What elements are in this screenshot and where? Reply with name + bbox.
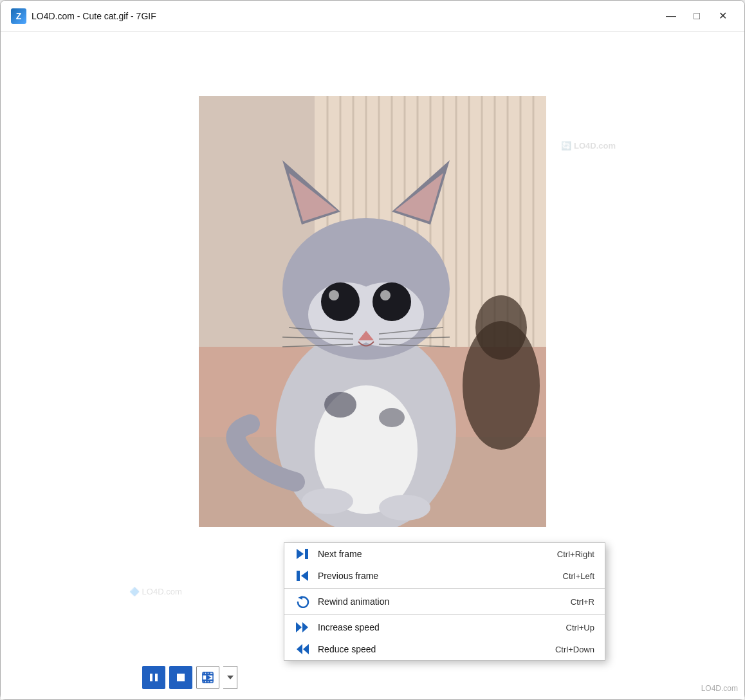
close-button[interactable]: ✕ [711, 7, 734, 25]
menu-item-increase-speed[interactable]: Increase speed Ctrl+Up [284, 616, 605, 638]
svg-rect-56 [204, 681, 205, 683]
minimize-button[interactable]: — [659, 7, 683, 25]
frames-button[interactable] [196, 666, 219, 689]
watermark-bottom: 🔷 LO4D.com [129, 587, 182, 596]
svg-marker-68 [303, 644, 309, 654]
rewind-icon [295, 595, 310, 608]
svg-marker-59 [207, 676, 210, 679]
svg-marker-65 [298, 596, 302, 600]
svg-rect-47 [150, 674, 152, 681]
title-bar-left: Z LO4D.com - Cute cat.gif - 7GIF [11, 8, 156, 24]
watermark-top: 🔄 LO4D.com [561, 141, 616, 151]
previous-frame-shortcut: Ctrl+Left [563, 571, 595, 581]
app-icon: Z [11, 8, 26, 24]
toolbar-dropdown-button[interactable] [223, 666, 237, 689]
menu-item-previous-frame[interactable]: Previous frame Ctrl+Left [284, 565, 605, 587]
maximize-button[interactable]: □ [685, 7, 708, 25]
svg-marker-60 [227, 676, 234, 679]
rewind-label: Rewind animation [318, 596, 563, 607]
cat-svg [199, 96, 546, 527]
svg-point-31 [372, 282, 411, 321]
svg-rect-64 [297, 571, 300, 581]
increase-speed-label: Increase speed [318, 622, 558, 632]
title-bar: Z LO4D.com - Cute cat.gif - 7GIF — □ ✕ [1, 1, 744, 32]
next-frame-icon [295, 548, 310, 560]
svg-point-42 [475, 295, 527, 360]
svg-point-30 [321, 282, 360, 321]
svg-rect-49 [177, 674, 185, 681]
next-frame-shortcut: Ctrl+Right [557, 549, 594, 559]
svg-marker-63 [301, 571, 308, 581]
stop-button[interactable] [169, 666, 192, 689]
menu-item-next-frame[interactable]: Next frame Ctrl+Right [284, 543, 605, 565]
increase-speed-shortcut: Ctrl+Up [566, 623, 594, 632]
title-bar-controls: — □ ✕ [659, 7, 734, 25]
pause-button[interactable] [142, 666, 165, 689]
menu-separator-2 [284, 614, 605, 615]
bottom-toolbar [1, 666, 744, 689]
increase-speed-icon [295, 622, 310, 633]
main-window: Z LO4D.com - Cute cat.gif - 7GIF — □ ✕ [0, 0, 745, 700]
context-menu: Next frame Ctrl+Right Previous frame Ctr… [284, 542, 605, 661]
svg-point-46 [379, 495, 430, 520]
svg-point-32 [329, 290, 339, 300]
prev-frame-icon [295, 570, 310, 582]
lo4d-branding: LO4D.com [701, 684, 738, 693]
svg-rect-53 [204, 672, 205, 674]
svg-point-33 [380, 290, 391, 300]
svg-point-44 [379, 408, 405, 427]
svg-point-45 [302, 488, 353, 514]
cat-image [199, 96, 546, 527]
svg-rect-48 [155, 674, 158, 681]
window-title: LO4D.com - Cute cat.gif - 7GIF [32, 11, 156, 21]
svg-rect-58 [209, 681, 210, 683]
reduce-speed-shortcut: Ctrl+Down [555, 645, 594, 654]
rewind-shortcut: Ctrl+R [571, 597, 594, 607]
reduce-speed-label: Reduce speed [318, 644, 547, 654]
svg-rect-55 [209, 672, 210, 674]
menu-item-rewind[interactable]: Rewind animation Ctrl+R [284, 590, 605, 613]
svg-marker-66 [296, 622, 302, 632]
image-container [199, 96, 546, 527]
previous-frame-label: Previous frame [318, 571, 555, 581]
svg-point-43 [324, 392, 356, 418]
svg-marker-69 [297, 644, 302, 654]
svg-marker-61 [297, 549, 304, 559]
content-area: 🔄 LO4D.com 🔷 LO4D.com [1, 32, 744, 699]
menu-separator-1 [284, 588, 605, 589]
svg-rect-57 [207, 681, 207, 683]
next-frame-label: Next frame [318, 549, 549, 559]
svg-rect-62 [305, 549, 308, 559]
svg-rect-54 [207, 672, 207, 674]
menu-item-reduce-speed[interactable]: Reduce speed Ctrl+Down [284, 638, 605, 660]
reduce-speed-icon [295, 643, 310, 655]
svg-marker-67 [302, 622, 308, 632]
